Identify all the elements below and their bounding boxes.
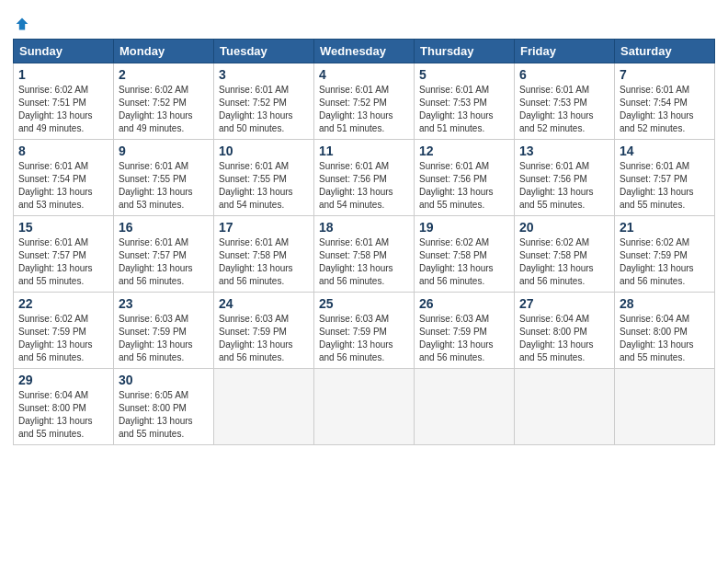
day-number: 14: [620, 144, 710, 158]
calendar-day-cell: 20Sunrise: 6:02 AMSunset: 7:58 PMDayligh…: [515, 216, 615, 293]
calendar-day-cell: 16Sunrise: 6:01 AMSunset: 7:57 PMDayligh…: [114, 216, 214, 293]
dow-header: Saturday: [615, 40, 715, 63]
calendar-day-cell: 29Sunrise: 6:04 AMSunset: 8:00 PMDayligh…: [14, 369, 114, 445]
day-info: Sunrise: 6:04 AMSunset: 8:00 PMDaylight:…: [18, 389, 108, 441]
day-number: 27: [519, 296, 609, 311]
day-number: 29: [18, 373, 108, 387]
day-number: 9: [119, 144, 209, 158]
day-info: Sunrise: 6:04 AMSunset: 8:00 PMDaylight:…: [620, 313, 710, 364]
day-number: 20: [519, 220, 609, 235]
header: [13, 9, 715, 31]
day-info: Sunrise: 6:02 AMSunset: 7:51 PMDaylight:…: [18, 84, 108, 135]
day-info: Sunrise: 6:05 AMSunset: 8:00 PMDaylight:…: [119, 389, 209, 441]
day-number: 16: [119, 220, 209, 235]
calendar-week-row: 8Sunrise: 6:01 AMSunset: 7:54 PMDaylight…: [14, 140, 715, 216]
day-number: 12: [419, 144, 509, 158]
day-info: Sunrise: 6:01 AMSunset: 7:52 PMDaylight:…: [319, 84, 409, 135]
calendar-day-cell: 7Sunrise: 6:01 AMSunset: 7:54 PMDaylight…: [615, 63, 715, 140]
day-info: Sunrise: 6:03 AMSunset: 7:59 PMDaylight:…: [319, 313, 409, 364]
day-number: 10: [219, 144, 309, 158]
calendar-week-row: 15Sunrise: 6:01 AMSunset: 7:57 PMDayligh…: [14, 216, 715, 293]
calendar-day-cell: 30Sunrise: 6:05 AMSunset: 8:00 PMDayligh…: [114, 369, 214, 445]
day-info: Sunrise: 6:01 AMSunset: 7:52 PMDaylight:…: [219, 84, 309, 135]
dow-header: Wednesday: [314, 40, 415, 63]
calendar-body: 1Sunrise: 6:02 AMSunset: 7:51 PMDaylight…: [14, 63, 715, 445]
calendar-week-row: 22Sunrise: 6:02 AMSunset: 7:59 PMDayligh…: [14, 293, 715, 369]
day-info: Sunrise: 6:01 AMSunset: 7:58 PMDaylight:…: [219, 236, 309, 288]
day-info: Sunrise: 6:02 AMSunset: 7:59 PMDaylight:…: [620, 236, 710, 288]
calendar-day-cell: 25Sunrise: 6:03 AMSunset: 7:59 PMDayligh…: [314, 293, 415, 369]
day-info: Sunrise: 6:01 AMSunset: 7:55 PMDaylight:…: [119, 160, 209, 212]
day-number: 8: [18, 144, 108, 158]
day-number: 23: [119, 296, 209, 311]
day-number: 24: [219, 296, 309, 311]
calendar-day-cell: 18Sunrise: 6:01 AMSunset: 7:58 PMDayligh…: [314, 216, 415, 293]
calendar-day-cell: [415, 369, 515, 445]
day-info: Sunrise: 6:01 AMSunset: 7:56 PMDaylight:…: [519, 160, 609, 212]
calendar-day-cell: 2Sunrise: 6:02 AMSunset: 7:52 PMDaylight…: [114, 63, 214, 140]
day-info: Sunrise: 6:02 AMSunset: 7:59 PMDaylight:…: [18, 313, 108, 364]
calendar-day-cell: 13Sunrise: 6:01 AMSunset: 7:56 PMDayligh…: [515, 140, 615, 216]
calendar-day-cell: 8Sunrise: 6:01 AMSunset: 7:54 PMDaylight…: [14, 140, 114, 216]
dow-header: Sunday: [14, 40, 114, 63]
day-info: Sunrise: 6:02 AMSunset: 7:52 PMDaylight:…: [119, 84, 209, 135]
day-number: 2: [119, 67, 209, 82]
day-number: 28: [620, 296, 710, 311]
calendar-day-cell: 1Sunrise: 6:02 AMSunset: 7:51 PMDaylight…: [14, 63, 114, 140]
day-info: Sunrise: 6:01 AMSunset: 7:53 PMDaylight:…: [419, 84, 509, 135]
dow-header: Thursday: [415, 40, 515, 63]
dow-header: Friday: [515, 40, 615, 63]
calendar-week-row: 1Sunrise: 6:02 AMSunset: 7:51 PMDaylight…: [14, 63, 715, 140]
day-info: Sunrise: 6:01 AMSunset: 7:55 PMDaylight:…: [219, 160, 309, 212]
calendar-day-cell: 3Sunrise: 6:01 AMSunset: 7:52 PMDaylight…: [214, 63, 314, 140]
day-number: 19: [419, 220, 509, 235]
day-info: Sunrise: 6:01 AMSunset: 7:58 PMDaylight:…: [319, 236, 409, 288]
calendar-day-cell: 17Sunrise: 6:01 AMSunset: 7:58 PMDayligh…: [214, 216, 314, 293]
calendar-day-cell: 27Sunrise: 6:04 AMSunset: 8:00 PMDayligh…: [515, 293, 615, 369]
day-number: 15: [18, 220, 108, 235]
day-info: Sunrise: 6:01 AMSunset: 7:54 PMDaylight:…: [620, 84, 710, 135]
calendar-day-cell: 10Sunrise: 6:01 AMSunset: 7:55 PMDayligh…: [214, 140, 314, 216]
calendar-day-cell: 9Sunrise: 6:01 AMSunset: 7:55 PMDaylight…: [114, 140, 214, 216]
calendar-day-cell: [615, 369, 715, 445]
day-number: 7: [620, 67, 710, 82]
calendar-day-cell: 6Sunrise: 6:01 AMSunset: 7:53 PMDaylight…: [515, 63, 615, 140]
day-info: Sunrise: 6:02 AMSunset: 7:58 PMDaylight:…: [519, 236, 609, 288]
day-info: Sunrise: 6:03 AMSunset: 7:59 PMDaylight:…: [219, 313, 309, 364]
calendar-day-cell: 19Sunrise: 6:02 AMSunset: 7:58 PMDayligh…: [415, 216, 515, 293]
day-info: Sunrise: 6:01 AMSunset: 7:54 PMDaylight:…: [18, 160, 108, 212]
calendar-day-cell: [214, 369, 314, 445]
day-info: Sunrise: 6:01 AMSunset: 7:56 PMDaylight:…: [419, 160, 509, 212]
day-info: Sunrise: 6:01 AMSunset: 7:53 PMDaylight:…: [519, 84, 609, 135]
calendar-day-cell: 15Sunrise: 6:01 AMSunset: 7:57 PMDayligh…: [14, 216, 114, 293]
calendar-table: SundayMondayTuesdayWednesdayThursdayFrid…: [13, 39, 715, 445]
day-number: 26: [419, 296, 509, 311]
day-number: 4: [319, 67, 409, 82]
calendar-week-row: 29Sunrise: 6:04 AMSunset: 8:00 PMDayligh…: [14, 369, 715, 445]
day-number: 22: [18, 296, 108, 311]
day-number: 3: [219, 67, 309, 82]
calendar-day-cell: 21Sunrise: 6:02 AMSunset: 7:59 PMDayligh…: [615, 216, 715, 293]
calendar-day-cell: 11Sunrise: 6:01 AMSunset: 7:56 PMDayligh…: [314, 140, 415, 216]
day-info: Sunrise: 6:04 AMSunset: 8:00 PMDaylight:…: [519, 313, 609, 364]
day-number: 5: [419, 67, 509, 82]
day-info: Sunrise: 6:01 AMSunset: 7:57 PMDaylight:…: [620, 160, 710, 212]
calendar-day-cell: [515, 369, 615, 445]
calendar-day-cell: [314, 369, 415, 445]
day-number: 25: [319, 296, 409, 311]
day-number: 1: [18, 67, 108, 82]
logo: [13, 9, 29, 31]
day-of-week-row: SundayMondayTuesdayWednesdayThursdayFrid…: [14, 40, 715, 63]
page-container: SundayMondayTuesdayWednesdayThursdayFrid…: [0, 0, 728, 454]
calendar-day-cell: 14Sunrise: 6:01 AMSunset: 7:57 PMDayligh…: [615, 140, 715, 216]
calendar-day-cell: 4Sunrise: 6:01 AMSunset: 7:52 PMDaylight…: [314, 63, 415, 140]
day-number: 6: [519, 67, 609, 82]
calendar-day-cell: 23Sunrise: 6:03 AMSunset: 7:59 PMDayligh…: [114, 293, 214, 369]
calendar-day-cell: 5Sunrise: 6:01 AMSunset: 7:53 PMDaylight…: [415, 63, 515, 140]
calendar-day-cell: 12Sunrise: 6:01 AMSunset: 7:56 PMDayligh…: [415, 140, 515, 216]
day-info: Sunrise: 6:02 AMSunset: 7:58 PMDaylight:…: [419, 236, 509, 288]
dow-header: Tuesday: [214, 40, 314, 63]
day-info: Sunrise: 6:01 AMSunset: 7:56 PMDaylight:…: [319, 160, 409, 212]
calendar-day-cell: 26Sunrise: 6:03 AMSunset: 7:59 PMDayligh…: [415, 293, 515, 369]
svg-marker-0: [17, 18, 28, 30]
